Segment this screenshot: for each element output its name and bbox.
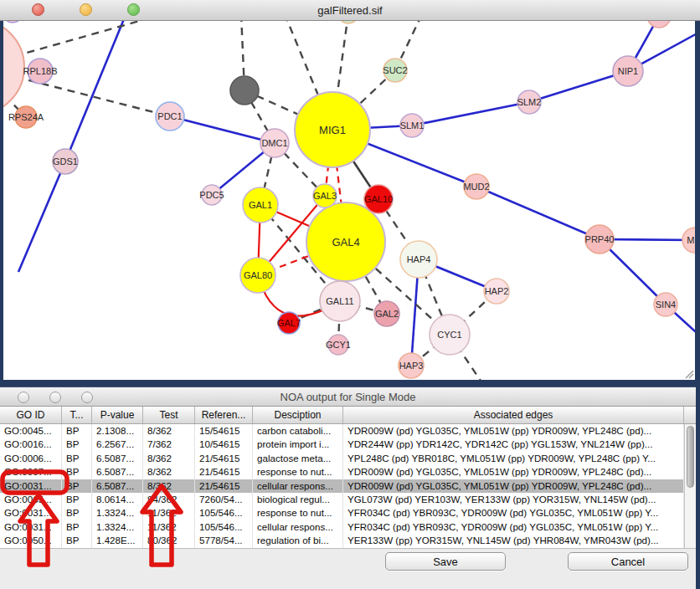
column-header-test[interactable]: Test: [143, 407, 195, 423]
table-cell: 10/54615: [195, 438, 253, 451]
network-node-label-GAL3: GAL3: [313, 191, 337, 201]
table-cell: 8/362: [143, 452, 195, 465]
table-cell: 11/362: [143, 506, 195, 520]
button-panel: Save Cancel: [0, 548, 696, 589]
table-cell: GO:0006...: [0, 452, 62, 465]
noa-window-titlebar[interactable]: NOA output for Single Mode: [0, 387, 696, 407]
network-node-label-GDS1: GDS1: [53, 156, 78, 166]
table-row[interactable]: GO:0031...BP6.5087...8/36221/54615cellul…: [0, 479, 684, 493]
table-row[interactable]: GO:0065...BP8.0614...94/3627260/54...bio…: [0, 493, 684, 506]
table-cell: 8/362: [143, 479, 195, 493]
table-cell: cellular respons...: [253, 520, 343, 534]
network-node-label-MUD2: MUD2: [463, 182, 489, 192]
table-cell: 1.428E...: [92, 534, 143, 547]
table-cell: 105/546...: [195, 506, 253, 520]
network-node-label-GAL10: GAL10: [364, 194, 393, 204]
table-cell: regulation of bi...: [253, 534, 343, 547]
column-header-referen[interactable]: Referen...: [195, 407, 253, 423]
table-cell: BP: [62, 534, 92, 547]
table-cell: GO:0031...: [0, 479, 62, 493]
network-node-label-SLM1: SLM1: [400, 120, 425, 131]
table-cell: YER133W (pp) YOR315W, YNL145W (pd) YHR08…: [343, 534, 684, 547]
table-cell: 5778/54...: [195, 534, 253, 547]
network-node-label-GAL11: GAL11: [326, 296, 353, 306]
network-node-label-HAP2: HAP2: [485, 286, 509, 296]
vertical-scrollbar[interactable]: [684, 424, 696, 548]
network-canvas[interactable]: RPL18BRPS24AGDS1PDC1MIG1SUC2SLM1DMC1PDC5…: [0, 21, 700, 383]
network-node-label-MIG1: MIG1: [319, 124, 346, 136]
table-cell: GO:0016...: [0, 438, 62, 451]
table-cell: biological regul...: [253, 493, 343, 506]
table-cell: YDR244W (pp) YDR142C, YDR142C (pp) YGL15…: [343, 438, 684, 451]
network-node-dark-node[interactable]: [230, 76, 259, 105]
table-cell: YFR034C (pd) YBR093C, YDR009W (pd) YGL03…: [343, 506, 684, 520]
table-cell: galactose meta...: [253, 452, 343, 465]
table-cell: YFR034C (pd) YBR093C, YDR009W (pd) YGL03…: [343, 520, 684, 534]
window-controls: [32, 3, 140, 16]
table-row[interactable]: GO:0050...BP1.428E...80/3625778/54...reg…: [0, 534, 684, 547]
network-node-label-SUC2: SUC2: [383, 65, 407, 75]
network-window: galFiltered.sif RPL18BRPS24AGDS1PDC1MIG1…: [0, 0, 700, 383]
table-row[interactable]: GO:0031...BP1.3324...11/362105/546...cel…: [0, 520, 684, 534]
network-node-label-GAL4: GAL4: [332, 236, 359, 248]
table-cell: response to nut...: [253, 465, 343, 479]
minimize-button[interactable]: [49, 392, 61, 403]
window-controls-inactive: [18, 392, 93, 403]
table-cell: BP: [62, 479, 92, 493]
close-button[interactable]: [32, 3, 44, 16]
column-header-desciption[interactable]: Desciption: [253, 407, 343, 423]
table-cell: YGL073W (pd) YER103W, YER133W (pp) YOR31…: [343, 493, 684, 506]
noa-output-window: NOA output for Single Mode GO IDT...P-va…: [0, 387, 696, 589]
noa-window-title: NOA output for Single Mode: [0, 391, 696, 403]
table-cell: 21/54615: [195, 452, 253, 465]
zoom-button[interactable]: [127, 3, 140, 16]
network-node-label-GAL80: GAL80: [244, 270, 272, 280]
network-node-label-SIN4: SIN4: [656, 300, 676, 310]
table-cell: carbon cataboli...: [253, 424, 343, 438]
network-node-label-GAL7: GAL7: [277, 318, 301, 328]
network-window-titlebar[interactable]: galFiltered.sif: [0, 0, 700, 21]
table-cell: BP: [62, 465, 92, 479]
network-node-label-HAP3: HAP3: [399, 361, 424, 371]
table-cell: YPL248C (pd) YBR018C, YML051W (pp) YDR00…: [343, 452, 684, 465]
table-cell: 6.5087...: [92, 465, 143, 479]
network-node-label-SLM2: SLM2: [517, 97, 542, 107]
network-node-label-PDC1: PDC1: [157, 111, 182, 121]
cancel-button[interactable]: Cancel: [568, 552, 688, 571]
column-header-t[interactable]: T...: [62, 407, 92, 423]
table-cell: GO:0031...: [0, 506, 62, 520]
table-row[interactable]: GO:0016...BP6.2567...7/36210/54615protei…: [0, 438, 684, 451]
network-node-label-HAP4: HAP4: [407, 254, 431, 264]
column-header-go-id[interactable]: GO ID: [0, 407, 62, 423]
go-term-table[interactable]: GO:0045...BP2.1308...8/36215/54615carbon…: [0, 424, 684, 548]
network-node-label-RPL18B: RPL18B: [23, 66, 58, 76]
table-cell: BP: [62, 452, 92, 465]
table-cell: GO:0065...: [0, 493, 62, 506]
column-header-associated-edges[interactable]: Associated edges: [343, 407, 684, 423]
network-node-label-PRP40: PRP40: [585, 234, 615, 244]
column-header-p-value[interactable]: P-value: [92, 407, 143, 423]
scrollbar-thumb[interactable]: [687, 426, 694, 488]
table-cell: response to nut...: [253, 506, 343, 520]
canvas-background: [3, 21, 695, 380]
table-row[interactable]: GO:0031...BP1.3324...11/362105/546...res…: [0, 506, 684, 520]
zoom-button[interactable]: [81, 392, 93, 403]
table-cell: BP: [62, 438, 92, 451]
table-cell: 7/362: [143, 438, 195, 451]
table-cell: GO:0007...: [0, 465, 62, 479]
close-button[interactable]: [18, 392, 29, 403]
table-cell: 11/362: [143, 520, 195, 534]
table-row[interactable]: GO:0045...BP2.1308...8/36215/54615carbon…: [0, 424, 684, 438]
table-row[interactable]: GO:0006...BP6.5087...8/36221/54615galact…: [0, 452, 684, 465]
table-cell: GO:0031...: [0, 520, 62, 534]
table-cell: 8/362: [143, 465, 195, 479]
minimize-button[interactable]: [80, 3, 92, 16]
table-cell: 80/362: [143, 534, 195, 547]
network-node-label-GAL2: GAL2: [375, 309, 399, 319]
table-cell: YDR009W (pd) YGL035C, YML051W (pp) YDR00…: [343, 424, 684, 438]
table-cell: 15/54615: [195, 424, 253, 438]
table-cell: GO:0050...: [0, 534, 62, 547]
save-button[interactable]: Save: [385, 552, 506, 571]
table-row[interactable]: GO:0007...BP6.5087...8/36221/54615respon…: [0, 465, 684, 479]
table-cell: 6.5087...: [92, 479, 143, 493]
